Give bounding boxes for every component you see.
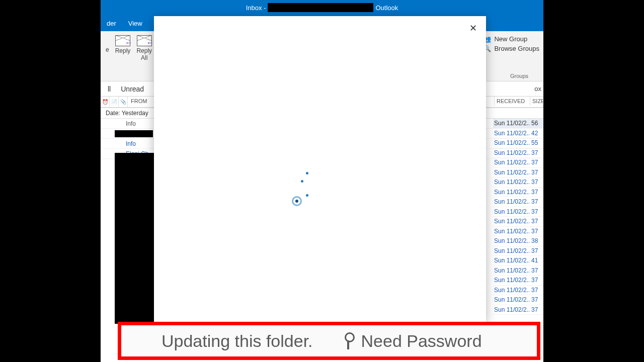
reply-button[interactable]: ← Reply: [112, 34, 134, 55]
message-size: 37: [529, 277, 542, 284]
message-size: 37: [529, 296, 542, 303]
message-size: 37: [529, 169, 542, 176]
received-date: Sun 11/02/2...: [493, 237, 529, 244]
reply-all-button[interactable]: ← Reply All: [133, 34, 155, 63]
filter-all[interactable]: ll: [103, 85, 116, 93]
message-row-meta[interactable]: Sun 11/02/2...38: [493, 236, 543, 246]
close-button[interactable]: ✕: [467, 22, 479, 34]
message-size: 37: [529, 247, 542, 254]
received-date: Sun 11/02/2...: [493, 218, 529, 225]
need-password-label: Need Password: [361, 331, 482, 351]
col-size[interactable]: SIZE: [530, 97, 543, 106]
title-redacted-account: [268, 3, 373, 12]
message-row-meta[interactable]: Sun 11/02/2...37: [493, 158, 543, 168]
new-group-button[interactable]: 👥 New Group: [481, 34, 541, 44]
message-row-meta[interactable]: Sun 11/02/2...37: [493, 177, 543, 188]
message-size: 37: [529, 218, 542, 225]
received-date: Sun 11/02/2...: [493, 277, 529, 284]
envelope-reply-icon: ←: [115, 35, 130, 46]
ribbon-truncated-left[interactable]: e: [103, 34, 112, 54]
message-row-meta[interactable]: Sun 11/02/2...37: [493, 217, 543, 227]
title-inbox-label: Inbox -: [246, 4, 266, 12]
menu-folder[interactable]: der: [101, 20, 122, 27]
status-bar-highlight: Updating this folder. Need Password: [118, 322, 540, 360]
message-row-meta[interactable]: Sun 11/02/2...55: [493, 138, 543, 148]
received-date: Sun 11/02/2...: [493, 208, 529, 215]
browse-groups-button[interactable]: 🔍 Browse Groups: [481, 44, 541, 53]
filter-unread[interactable]: Unread: [116, 85, 149, 93]
message-row-meta[interactable]: Sun 11/02/2...37: [493, 266, 543, 276]
received-date: Sun 11/02/2...: [493, 228, 529, 235]
received-date: Sun 11/02/2...: [493, 257, 529, 264]
ribbon-group-label: Groups: [510, 73, 528, 79]
status-need-password[interactable]: Need Password: [343, 331, 482, 351]
redacted-sender: [115, 130, 153, 137]
message-row-meta[interactable]: Sun 11/02/2...37: [493, 305, 543, 315]
message-row-meta[interactable]: Sun 11/02/2...37: [493, 227, 543, 237]
message-size: 37: [529, 159, 542, 166]
received-date: Sun 11/02/2...: [493, 149, 529, 156]
message-size: 37: [529, 306, 542, 313]
received-date: Sun 11/02/2...: [493, 287, 529, 294]
col-flag-icon[interactable]: 📄: [110, 97, 119, 107]
title-app-name: Outlook: [375, 4, 398, 12]
message-row-meta[interactable]: Sun 11/02/2...37: [493, 295, 543, 305]
message-size: 41: [529, 257, 542, 264]
message-row-meta[interactable]: Sun 11/02/2...37: [493, 276, 543, 286]
message-size: 37: [529, 178, 542, 186]
spinner-ring-icon: [292, 196, 302, 206]
menu-view[interactable]: View: [122, 20, 148, 27]
received-date: Sun 11/02/2...: [493, 159, 529, 166]
filter-right-truncated: ox: [534, 85, 541, 93]
close-icon: ✕: [469, 23, 477, 34]
message-row-meta[interactable]: Sun 11/02/2...37: [493, 286, 543, 296]
title-bar: Inbox - Outlook: [101, 0, 543, 15]
message-size: 37: [529, 208, 542, 215]
message-row-meta[interactable]: Sun 11/02/2...41: [493, 256, 543, 266]
message-size: 37: [529, 189, 542, 196]
message-row-meta[interactable]: Sun 11/02/2...42: [493, 129, 543, 139]
received-date: Sun 11/02/2...: [493, 169, 529, 176]
message-row-meta[interactable]: Sun 11/02/2...37: [493, 246, 543, 256]
login-dialog: ✕: [154, 16, 486, 322]
received-date: Sun 11/02/2...: [493, 130, 529, 137]
received-date: Sun 11/02/2...: [493, 139, 529, 146]
message-size: 37: [529, 267, 542, 274]
status-updating-text: Updating this folder.: [136, 331, 313, 351]
message-row-meta[interactable]: Sun 11/02/2...37: [493, 188, 543, 198]
message-size: 55: [529, 139, 542, 146]
message-size: 37: [529, 228, 542, 235]
received-date: Sun 11/02/2...: [493, 267, 529, 274]
message-row-meta[interactable]: Sun 11/02/2...37: [493, 207, 543, 217]
col-reminder-icon[interactable]: ⏰: [101, 97, 110, 107]
message-row-meta[interactable]: Sun 11/02/2...56: [493, 119, 543, 129]
message-row-meta[interactable]: Sun 11/02/2...37: [493, 148, 543, 158]
received-date: Sun 11/02/2...: [493, 306, 529, 313]
message-size: 37: [529, 198, 542, 205]
redacted-block: [115, 153, 154, 324]
key-icon: [343, 332, 353, 349]
loading-spinner: [290, 172, 315, 207]
message-size: 56: [529, 120, 542, 127]
received-date: Sun 11/02/2...: [493, 247, 529, 254]
col-attachment-icon[interactable]: 📎: [119, 97, 128, 107]
ribbon-groups-section: 👥 New Group 🔍 Browse Groups: [481, 34, 541, 53]
message-row-meta[interactable]: Sun 11/02/2...37: [493, 197, 543, 207]
received-date: Sun 11/02/2...: [493, 189, 529, 196]
received-date: Sun 11/02/2...: [493, 120, 529, 127]
message-size: 37: [529, 149, 542, 156]
received-date: Sun 11/02/2...: [493, 198, 529, 205]
message-size: 37: [529, 287, 542, 294]
received-date: Sun 11/02/2...: [493, 178, 529, 186]
message-size: 42: [529, 130, 542, 137]
col-received[interactable]: RECEIVED: [494, 97, 530, 106]
message-row-meta[interactable]: Sun 11/02/2...37: [493, 168, 543, 178]
received-date: Sun 11/02/2...: [493, 296, 529, 303]
envelope-reply-all-icon: ←: [137, 35, 152, 46]
message-size: 38: [529, 237, 542, 244]
